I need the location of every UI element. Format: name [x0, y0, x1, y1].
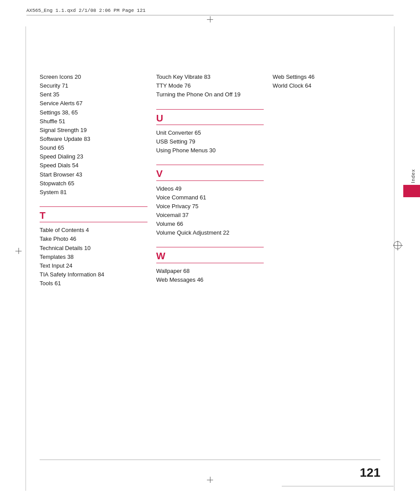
entry-voicemail: Voicemail 37 [156, 211, 264, 220]
entry-system: System 81 [40, 188, 147, 197]
w-entries: Wallpaper 68 Web Messages 46 [156, 267, 264, 284]
entry-stopwatch: Stopwatch 65 [40, 179, 147, 188]
footer-line-bottom [282, 486, 394, 486]
margin-line-left [26, 26, 26, 491]
v-divider [156, 165, 264, 165]
w-divider-2 [156, 263, 264, 263]
entry-settings: Settings 38, 65 [40, 108, 147, 117]
entry-speed-dials: Speed Dials 54 [40, 161, 147, 170]
entry-voice-command: Voice Command 61 [156, 193, 264, 202]
entry-software-update: Software Update 83 [40, 135, 147, 143]
s-entries: Screen Icons 20 Security 71 Sent 35 Serv… [40, 73, 147, 197]
margin-line-right [394, 26, 394, 491]
entry-service-alerts: Service Alerts 67 [40, 99, 147, 108]
entry-web-settings: Web Settings 46 [273, 73, 380, 81]
entry-screen-icons: Screen Icons 20 [40, 73, 147, 81]
page-number: 121 [360, 466, 380, 480]
t-divider [40, 206, 147, 207]
entry-security: Security 71 [40, 81, 147, 90]
entry-wallpaper: Wallpaper 68 [156, 267, 264, 276]
entry-templates: Templates 38 [40, 253, 147, 261]
w-divider [156, 247, 264, 247]
entry-technical-details: Technical Details 10 [40, 244, 147, 253]
reg-circle-right [394, 241, 402, 249]
entry-tia-safety: TIA Safety Information 84 [40, 270, 147, 279]
header-bar: AX565_Eng 1.1.qxd 2/1/08 2:06 PM Page 12… [26, 8, 394, 15]
entry-using-phone-menus: Using Phone Menus 30 [156, 146, 264, 155]
entry-text-input: Text Input 24 [40, 261, 147, 270]
main-content: Screen Icons 20 Security 71 Sent 35 Serv… [40, 73, 380, 460]
entry-speed-dialing: Speed Dialing 23 [40, 152, 147, 161]
section-w-letter: W [156, 251, 264, 261]
entry-sound: Sound 65 [40, 143, 147, 152]
v-entries: Videos 49 Voice Command 61 Voice Privacy… [156, 184, 264, 238]
column-1: Screen Icons 20 Security 71 Sent 35 Serv… [40, 73, 156, 460]
entry-sent: Sent 35 [40, 90, 147, 99]
entry-volume-quick: Volume Quick Adjustment 22 [156, 228, 264, 237]
column-2: Touch Key Vibrate 83 TTY Mode 76 Turning… [156, 73, 273, 460]
section-u-letter: U [156, 113, 264, 124]
entry-take-photo: Take Photo 46 [40, 235, 147, 243]
header-text: AX565_Eng 1.1.qxd 2/1/08 2:06 PM Page 12… [26, 8, 146, 13]
entry-tools: Tools 61 [40, 279, 147, 288]
entry-start-browser: Start Browser 43 [40, 170, 147, 179]
footer-line-top [40, 460, 380, 460]
entry-volume: Volume 66 [156, 220, 264, 228]
t-divider-2 [40, 222, 147, 222]
column-3: Web Settings 46 World Clock 64 [273, 73, 380, 460]
t-entries: Table of Contents 4 Take Photo 46 Techni… [40, 226, 147, 288]
page-container: AX565_Eng 1.1.qxd 2/1/08 2:06 PM Page 12… [0, 0, 420, 504]
entry-turning-phone: Turning the Phone On and Off 19 [156, 90, 264, 99]
entry-videos: Videos 49 [156, 184, 264, 193]
entry-unit-converter: Unit Converter 65 [156, 129, 264, 137]
w2-entries: Web Settings 46 World Clock 64 [273, 73, 380, 90]
entry-world-clock: World Clock 64 [273, 81, 380, 90]
entry-voice-privacy: Voice Privacy 75 [156, 202, 264, 211]
t-continued-entries: Touch Key Vibrate 83 TTY Mode 76 Turning… [156, 73, 264, 99]
entry-shuffle: Shuffle 51 [40, 117, 147, 126]
entry-signal-strength: Signal Strength 19 [40, 126, 147, 135]
entry-web-messages: Web Messages 46 [156, 276, 264, 284]
sidebar-index-bar [403, 185, 420, 197]
u-divider-2 [156, 125, 264, 125]
v-divider-2 [156, 180, 264, 181]
section-v-letter: V [156, 169, 264, 179]
entry-table-of-contents: Table of Contents 4 [40, 226, 147, 235]
entry-usb-setting: USB Setting 79 [156, 137, 264, 146]
u-divider [156, 109, 264, 110]
section-t-letter: T [40, 210, 147, 221]
entry-touch-key-vibrate: Touch Key Vibrate 83 [156, 73, 264, 81]
entry-tty-mode: TTY Mode 76 [156, 81, 264, 90]
sidebar-index-label: Index [410, 167, 420, 185]
u-entries: Unit Converter 65 USB Setting 79 Using P… [156, 129, 264, 155]
